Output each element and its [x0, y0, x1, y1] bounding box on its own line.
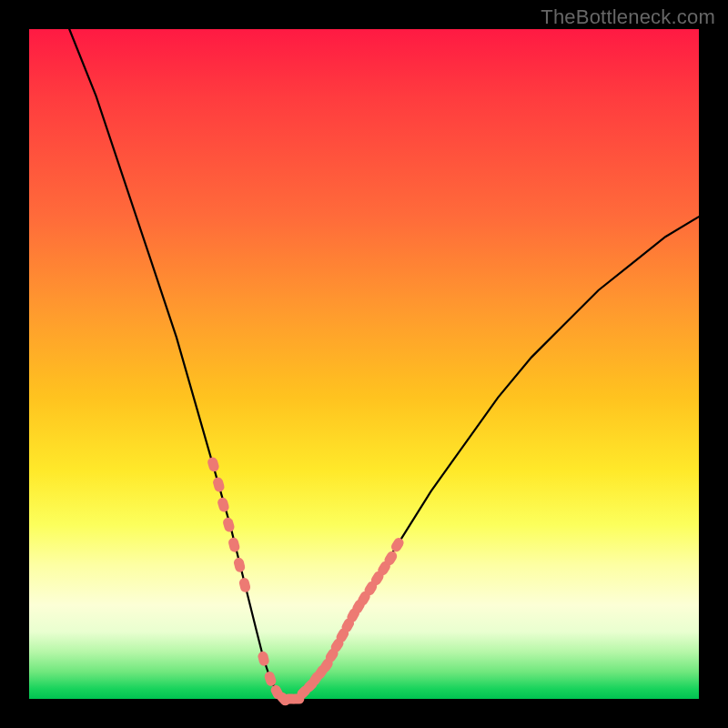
marker-group — [207, 456, 406, 707]
curve-marker — [263, 671, 277, 688]
curve-marker — [238, 577, 252, 593]
watermark-text: TheBottleneck.com — [541, 5, 715, 29]
curve-marker — [222, 516, 236, 532]
curve-marker — [228, 537, 241, 553]
curve-marker — [212, 476, 226, 492]
curve-marker — [233, 557, 247, 573]
plot-area — [29, 29, 699, 699]
curve-marker — [217, 496, 230, 512]
curve-marker — [389, 536, 406, 553]
curve-marker — [207, 456, 220, 472]
bottleneck-curve — [69, 29, 699, 699]
chart-frame: TheBottleneck.com — [0, 0, 728, 728]
curve-marker — [257, 651, 270, 667]
curve-svg — [29, 29, 699, 699]
